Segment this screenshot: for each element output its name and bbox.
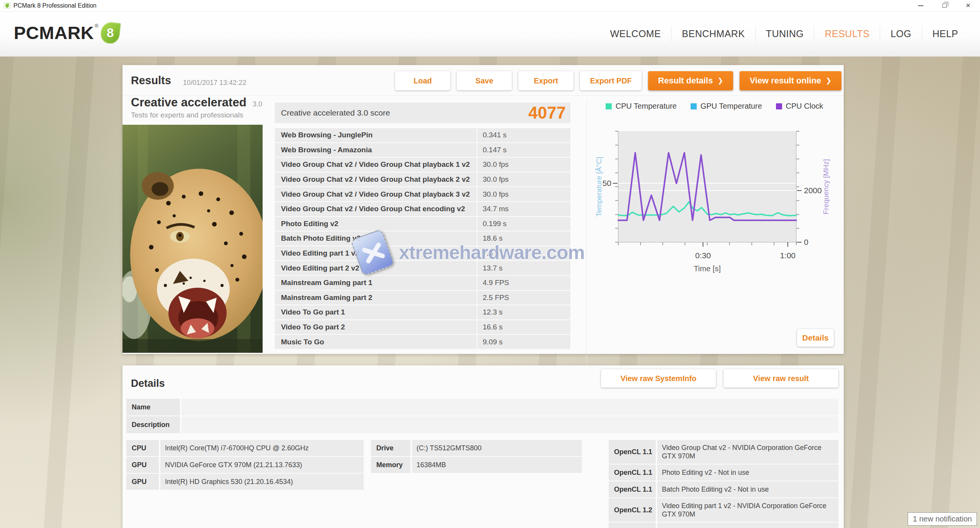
table-row: Video Group Chat v2 / Video Group Chat p… (275, 187, 570, 201)
test-row-value: 16.6 s (477, 320, 570, 334)
score-column: Creative accelerated 3.0 score 4077 Web … (275, 103, 570, 350)
result-details-button[interactable]: Result details❯ (648, 71, 733, 90)
chevron-right-icon: ❯ (826, 77, 831, 85)
opencl-value: Batch Photo Editing v2 - Not in use (657, 481, 838, 497)
monitoring-chart: 50200000:301:00Temperature [Â°C]Frequenc… (595, 128, 848, 281)
svg-text:Time [s]: Time [s] (694, 264, 720, 273)
system-info-left: CPUIntel(R) Core(TM) i7-6700HQ CPU @ 2.6… (126, 440, 364, 491)
legend-swatch-icon (691, 103, 697, 109)
legend-label: GPU Temperature (701, 102, 762, 111)
view-raw-systeminfo-button[interactable]: View raw SystemInfo (601, 369, 716, 388)
test-row-label: Web Browsing - JunglePin (275, 128, 477, 142)
nav-item-help[interactable]: HELP (922, 26, 969, 42)
test-row-label: Video Group Chat v2 / Video Group Chat p… (275, 187, 477, 201)
table-row: Video Editing part 1 v27.3 s (275, 246, 570, 261)
details-panel: Details View raw SystemInfoView raw resu… (122, 365, 844, 528)
score-header: Creative accelerated 3.0 score 4077 (275, 103, 570, 123)
test-row-value: 0.147 s (477, 143, 570, 157)
raw-buttons: View raw SystemInfoView raw result (601, 369, 838, 388)
nav-item-benchmark[interactable]: BENCHMARK (671, 26, 755, 42)
restore-button[interactable] (933, 0, 956, 11)
score-rows: Web Browsing - JunglePin0.341 sWeb Brows… (275, 128, 570, 349)
test-row-label: Web Browsing - Amazonia (275, 143, 477, 157)
test-subtitle: Tests for experts and professionals (131, 111, 262, 119)
name-description-fields: NameDescription (126, 399, 838, 434)
logo-leaf-icon: 8 (100, 21, 121, 45)
opencl-label: OpenCL 1.1 (609, 481, 656, 497)
export-button[interactable]: Export (518, 71, 573, 90)
nav-item-log[interactable]: LOG (880, 26, 921, 42)
logo-registered-mark: ® (95, 23, 98, 29)
field-label: Name (126, 399, 180, 416)
test-row-label: Video Editing part 1 v2 (275, 246, 477, 261)
system-info-value: 16384MB (412, 457, 582, 473)
notification-toast[interactable]: 1 new notification (908, 512, 977, 526)
system-info-row: Memory16384MB (371, 457, 582, 473)
test-row-value: 0.199 s (477, 217, 570, 231)
nav-item-results[interactable]: RESULTS (814, 26, 880, 42)
nav-item-tuning[interactable]: TUNING (755, 26, 814, 42)
close-button[interactable]: ✕ (956, 0, 980, 11)
score-value: 4077 (528, 103, 570, 122)
chart-details-button[interactable]: Details (797, 329, 834, 347)
load-button[interactable]: Load (395, 71, 450, 90)
minimize-button[interactable] (909, 0, 933, 11)
system-info-label: Drive (371, 440, 410, 456)
svg-text:Temperature [Â°C]: Temperature [Â°C] (595, 157, 603, 217)
table-row: Video To Go part 216.6 s (275, 320, 570, 334)
system-info-mid: Drive(C:) TS512GMTS800Memory16384MB (371, 440, 582, 474)
system-info-row: GPUIntel(R) HD Graphics 530 (21.20.16.45… (126, 474, 364, 490)
test-row-label: Mainstream Gaming part 1 (275, 276, 477, 290)
test-row-value: 9.09 s (477, 335, 570, 349)
opencl-label: OpenCL 1.1 (609, 440, 656, 464)
opencl-label: OpenCL 1.2 (609, 498, 656, 522)
test-name: Creative accelerated (131, 96, 247, 109)
test-row-label: Video To Go part 1 (275, 305, 477, 319)
svg-text:Frequency [MHz]: Frequency [MHz] (822, 159, 830, 215)
test-row-label: Batch Photo Editing v2 (275, 231, 477, 246)
test-row-label: Photo Editing v2 (275, 217, 477, 231)
column-divider (586, 100, 587, 383)
test-row-label: Video Group Chat v2 / Video Group Chat p… (275, 158, 477, 172)
minimize-icon (918, 5, 923, 6)
field-value (181, 416, 838, 433)
export-pdf-button[interactable]: Export PDF (580, 71, 642, 90)
test-row-value: 7.3 s (477, 246, 570, 261)
window-titlebar: PCMark 8 Professional Edition ✕ (0, 0, 980, 11)
field-row-name: Name (126, 399, 838, 416)
nav-item-welcome[interactable]: WELCOME (600, 26, 671, 42)
system-info-row: Drive(C:) TS512GMTS800 (371, 440, 582, 456)
results-panel: Results 10/01/2017 13:42:22 LoadSaveExpo… (122, 65, 844, 354)
test-row-label: Video Editing part 2 v2 (275, 261, 477, 275)
system-info-label: GPU (126, 457, 159, 473)
system-info-label: CPU (126, 440, 159, 456)
test-title-block: Creative accelerated 3.0 Tests for exper… (131, 96, 262, 119)
pcmark8-results-screen: { "window": { "title": "PCMark 8 Profess… (0, 0, 980, 528)
save-button[interactable]: Save (457, 71, 512, 90)
table-row: Web Browsing - JunglePin0.341 s (275, 128, 570, 142)
system-info-value: Intel(R) Core(TM) i7-6700HQ CPU @ 2.60GH… (160, 440, 364, 456)
opencl-row: OpenCL 1.1Batch Photo Editing v2 - Not i… (609, 481, 838, 497)
table-row: Mainstream Gaming part 22.5 FPS (275, 291, 570, 305)
svg-text:1:00: 1:00 (780, 251, 795, 260)
legend-label: CPU Clock (786, 102, 823, 111)
svg-text:50: 50 (603, 179, 611, 187)
leopard-image (122, 125, 263, 353)
table-row: Mainstream Gaming part 14.9 FPS (275, 276, 570, 290)
table-row: Batch Photo Editing v218.6 s (275, 231, 570, 246)
legend-item-gpu-temperature: GPU Temperature (691, 102, 762, 111)
test-row-label: Music To Go (275, 335, 477, 349)
test-row-value: 30.0 fps (477, 158, 570, 172)
results-timestamp: 10/01/2017 13:42:22 (183, 79, 246, 87)
opencl-value: Photo Editing v2 - Not in use (657, 464, 838, 481)
system-info-value: (C:) TS512GMTS800 (412, 440, 582, 456)
view-result-online-button[interactable]: View result online❯ (740, 71, 841, 90)
field-label: Description (126, 416, 180, 433)
view-raw-result-button[interactable]: View raw result (724, 369, 838, 388)
test-row-value: 34.7 ms (477, 202, 570, 216)
test-version: 3.0 (253, 100, 262, 108)
test-row-label: Video To Go part 2 (275, 320, 477, 334)
test-row-value: 2.5 FPS (477, 291, 570, 305)
results-header-row: Results 10/01/2017 13:42:22 LoadSaveExpo… (122, 65, 844, 96)
test-row-value: 30.0 fps (477, 173, 570, 187)
